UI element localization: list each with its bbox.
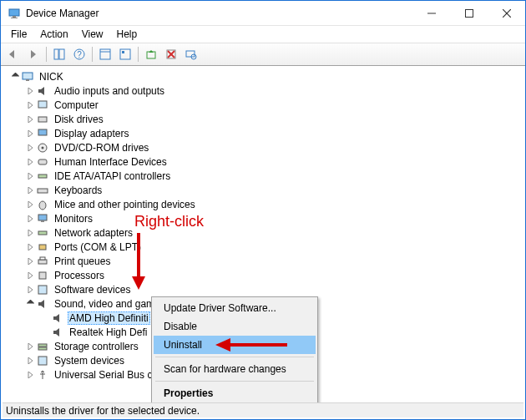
svg-rect-11 <box>100 49 110 59</box>
help-button[interactable]: ? <box>70 45 89 63</box>
svg-rect-8 <box>59 49 64 59</box>
chevron-right-icon[interactable] <box>24 241 36 253</box>
tree-item-monitors[interactable]: Monitors <box>6 211 523 225</box>
tree-root[interactable]: NICK <box>6 69 523 83</box>
chevron-right-icon[interactable] <box>24 227 36 239</box>
menu-action[interactable]: Action <box>33 28 74 41</box>
forward-button[interactable] <box>24 45 43 63</box>
chevron-right-icon[interactable] <box>24 156 36 168</box>
chevron-right-icon[interactable] <box>24 284 36 296</box>
chevron-right-icon[interactable] <box>24 99 36 111</box>
svg-rect-33 <box>41 220 44 222</box>
svg-rect-39 <box>38 286 47 294</box>
svg-rect-28 <box>38 159 47 164</box>
svg-rect-21 <box>23 73 33 79</box>
svg-rect-4 <box>465 9 473 17</box>
menu-help[interactable]: Help <box>110 28 144 41</box>
tree-item-ports[interactable]: Ports (COM & LPT) <box>6 240 523 254</box>
svg-rect-1 <box>13 16 16 18</box>
statusbar-text: Uninstalls the driver for the selected d… <box>6 405 200 417</box>
menu-file[interactable]: File <box>4 28 33 41</box>
svg-point-27 <box>42 146 44 149</box>
chevron-right-icon[interactable] <box>24 369 36 381</box>
svg-rect-22 <box>26 79 29 81</box>
tree-item-dvd[interactable]: DVD/CD-ROM drives <box>6 140 523 154</box>
usb-icon <box>36 368 49 382</box>
show-hide-tree-button[interactable] <box>50 45 68 63</box>
chevron-right-icon[interactable] <box>24 199 36 210</box>
cm-separator <box>155 381 314 382</box>
tree-item-network[interactable]: Network adapters <box>6 225 523 240</box>
svg-rect-24 <box>38 117 47 122</box>
tree-item-computer[interactable]: Computer <box>6 98 523 112</box>
cm-separator <box>155 357 314 357</box>
tree-item-print[interactable]: Print queues <box>6 254 523 268</box>
chevron-right-icon[interactable] <box>24 85 36 97</box>
window-controls <box>412 1 525 25</box>
svg-rect-7 <box>54 49 58 59</box>
svg-rect-14 <box>122 51 124 53</box>
svg-text:?: ? <box>77 50 82 59</box>
minimize-button[interactable] <box>412 1 450 25</box>
back-button[interactable] <box>4 45 23 63</box>
tb-update-icon[interactable] <box>142 45 160 63</box>
tree-item-processors[interactable]: Processors <box>6 268 523 282</box>
cm-scan[interactable]: Scan for hardware changes <box>154 360 316 378</box>
annotation-arrow-down <box>130 233 147 291</box>
speaker-icon <box>36 84 49 98</box>
tb-scan-icon[interactable] <box>182 45 200 63</box>
chevron-down-icon[interactable] <box>24 298 36 310</box>
tb-icon-2[interactable] <box>116 45 134 63</box>
tree-item-disk[interactable]: Disk drives <box>6 112 523 126</box>
chevron-right-icon[interactable] <box>24 270 36 281</box>
chevron-right-icon[interactable] <box>24 213 36 225</box>
svg-rect-15 <box>147 52 155 58</box>
chevron-down-icon[interactable] <box>9 71 21 83</box>
printer-icon <box>36 255 49 268</box>
close-button[interactable] <box>488 1 525 25</box>
statusbar: Uninstalls the driver for the selected d… <box>3 402 523 417</box>
chevron-right-icon[interactable] <box>24 142 36 154</box>
window-title: Device Manager <box>26 8 412 19</box>
cm-disable[interactable]: Disable <box>154 317 316 336</box>
toolbar: ? <box>1 43 525 66</box>
tree-item-hid[interactable]: Human Interface Devices <box>6 154 523 169</box>
cm-update-driver[interactable]: Update Driver Software... <box>154 299 316 317</box>
chevron-right-icon[interactable] <box>24 185 36 196</box>
storage-icon <box>36 340 49 353</box>
maximize-button[interactable] <box>450 1 488 25</box>
svg-rect-42 <box>38 357 47 365</box>
annotation-rightclick-label: Right-click <box>134 213 204 230</box>
cm-properties[interactable]: Properties <box>154 384 316 402</box>
tb-uninstall-icon[interactable] <box>162 45 180 63</box>
svg-rect-23 <box>38 101 47 108</box>
tree-item-mice[interactable]: Mice and other pointing devices <box>6 197 523 211</box>
svg-rect-30 <box>38 189 48 193</box>
menu-view[interactable]: View <box>75 28 110 41</box>
tree-item-software[interactable]: Software devices <box>6 282 523 296</box>
svg-rect-36 <box>38 260 47 264</box>
annotation-arrow-left <box>214 337 289 353</box>
tb-icon-1[interactable] <box>96 45 114 63</box>
speaker-icon <box>51 326 64 339</box>
keyboard-icon <box>36 184 49 197</box>
system-icon <box>36 354 49 367</box>
chevron-right-icon[interactable] <box>24 355 36 367</box>
tree-item-display[interactable]: Display adapters <box>6 126 523 140</box>
dvd-icon <box>36 141 49 154</box>
chevron-right-icon[interactable] <box>24 128 36 139</box>
svg-rect-38 <box>39 272 46 279</box>
monitor-icon <box>36 212 49 225</box>
tree-item-ide[interactable]: IDE ATA/ATAPI controllers <box>6 169 523 183</box>
chevron-right-icon[interactable] <box>24 114 36 125</box>
svg-rect-25 <box>38 129 47 135</box>
tree-label: NICK <box>38 71 65 83</box>
titlebar: Device Manager <box>1 1 525 26</box>
tree-item-keyboard[interactable]: Keyboards <box>6 183 523 197</box>
svg-rect-37 <box>40 257 45 260</box>
tree-item-audio[interactable]: Audio inputs and outputs <box>6 83 523 98</box>
chevron-right-icon[interactable] <box>24 170 36 182</box>
network-icon <box>36 226 49 240</box>
chevron-right-icon[interactable] <box>24 256 36 267</box>
chevron-right-icon[interactable] <box>24 341 36 352</box>
